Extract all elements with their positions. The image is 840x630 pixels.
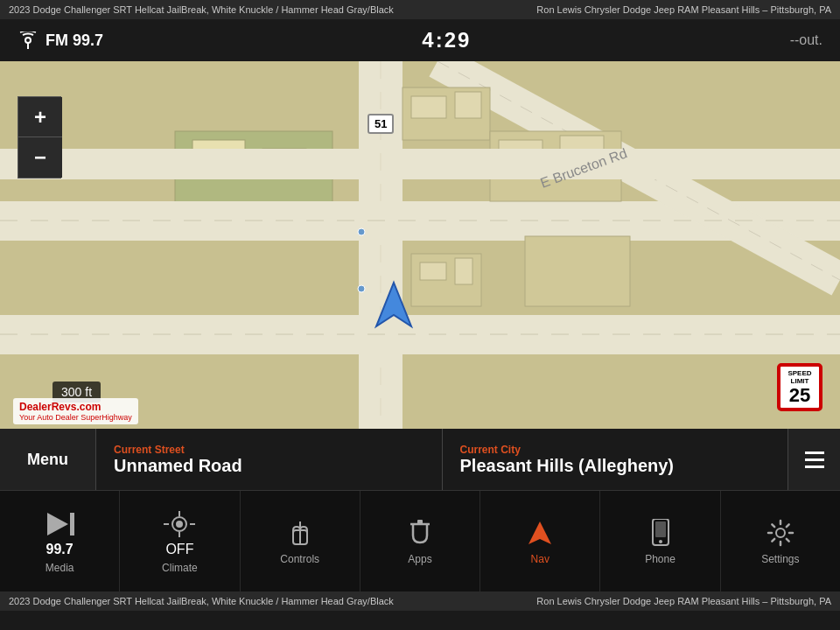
svg-marker-27 — [376, 283, 411, 326]
watermark-brand: DealerRevs.com — [19, 401, 132, 413]
menu-line-2 — [805, 458, 824, 461]
phone-icon — [648, 518, 673, 549]
current-street-label: Current Street — [114, 444, 424, 456]
nav-button[interactable]: Nav — [480, 491, 600, 592]
phone-label: Phone — [645, 553, 676, 565]
svg-point-25 — [358, 228, 365, 235]
current-city-panel: Current City Pleasant Hills (Allegheny) — [443, 429, 788, 490]
radio-frequency: 99.7 — [46, 542, 74, 557]
svg-rect-11 — [411, 96, 446, 118]
svg-rect-29 — [70, 513, 74, 536]
climate-button[interactable]: OFF Climate — [120, 491, 240, 592]
svg-rect-15 — [455, 258, 472, 284]
speed-limit-sign: SPEED LIMIT 25 — [777, 363, 822, 411]
controls-label: Controls — [280, 553, 319, 565]
svg-point-26 — [358, 285, 365, 292]
clock-display: 4:29 — [422, 28, 471, 52]
svg-rect-19 — [525, 236, 630, 306]
apps-label: Apps — [408, 553, 431, 565]
status-bar: FM 99.7 4:29 --out. — [0, 19, 840, 61]
destination-display: --out. — [790, 32, 822, 48]
svg-point-35 — [176, 521, 183, 528]
nav-icon — [527, 518, 553, 549]
settings-label: Settings — [761, 553, 799, 565]
zoom-controls: + − — [18, 96, 61, 178]
climate-value: OFF — [165, 542, 193, 557]
speed-limit-number: 25 — [782, 386, 817, 405]
bottom-info-bar: 2023 Dodge Challenger SRT Hellcat JailBr… — [0, 592, 840, 611]
bottom-bar-left: 2023 Dodge Challenger SRT Hellcat JailBr… — [9, 596, 394, 606]
svg-point-41 — [659, 540, 662, 543]
map-svg: E Bruceton Rd — [0, 61, 840, 429]
zoom-in-button[interactable]: + — [18, 97, 62, 137]
watermark-tagline: Your Auto Dealer SuperHighway — [19, 413, 132, 422]
radio-label: FM 99.7 — [46, 32, 103, 50]
svg-rect-12 — [455, 92, 481, 118]
nav-hamburger-menu[interactable] — [788, 429, 840, 490]
svg-rect-42 — [655, 522, 666, 537]
nav-menu-button[interactable]: Menu — [0, 429, 96, 490]
current-city-label: Current City — [460, 444, 771, 456]
phone-button[interactable]: Phone — [600, 491, 720, 592]
navigation-arrow — [372, 278, 416, 334]
menu-line-1 — [805, 452, 824, 454]
radio-antenna-icon — [18, 32, 38, 49]
apps-button[interactable]: Apps — [360, 491, 480, 592]
current-street-value: Unnamed Road — [114, 456, 424, 476]
menu-line-3 — [805, 466, 824, 468]
top-bar-right: Ron Lewis Chrysler Dodge Jeep RAM Pleasa… — [536, 4, 831, 15]
media-icon — [42, 508, 77, 539]
top-bar-left: 2023 Dodge Challenger SRT Hellcat JailBr… — [9, 4, 394, 15]
svg-rect-38 — [417, 520, 423, 524]
controls-button[interactable]: Controls — [241, 491, 360, 592]
apps-icon — [404, 518, 436, 549]
bottom-bar-right: Ron Lewis Chrysler Dodge Jeep RAM Pleasa… — [536, 596, 831, 606]
bottom-controls-bar: 99.7 Media OFF Climate — [0, 490, 840, 592]
climate-label: Climate — [162, 562, 198, 574]
svg-rect-14 — [420, 262, 446, 280]
radio-status: FM 99.7 — [18, 32, 103, 50]
settings-button[interactable]: Settings — [721, 491, 840, 592]
controls-icon — [284, 518, 316, 549]
media-button[interactable]: 99.7 Media — [0, 491, 120, 592]
nav-info-bar: Menu Current Street Unnamed Road Current… — [0, 429, 840, 490]
settings-icon — [766, 518, 794, 549]
media-label: Media — [46, 562, 74, 574]
zoom-out-button[interactable]: − — [18, 137, 62, 178]
climate-icon — [164, 508, 195, 539]
svg-point-43 — [776, 528, 785, 537]
nav-label: Nav — [531, 553, 550, 565]
current-street-panel: Current Street Unnamed Road — [96, 429, 443, 490]
route-marker: 51 — [368, 114, 394, 134]
map-container: E Bruceton Rd 51 + − 300 ft SPEED LIMIT — [0, 61, 840, 429]
current-city-value: Pleasant Hills (Allegheny) — [460, 456, 771, 476]
infotainment-screen: FM 99.7 4:29 --out. — [0, 19, 840, 592]
svg-marker-28 — [47, 513, 68, 536]
svg-point-0 — [25, 38, 31, 43]
svg-marker-39 — [528, 522, 551, 544]
dealerrevs-watermark: DealerRevs.com Your Auto Dealer SuperHig… — [13, 398, 138, 424]
top-info-bar: 2023 Dodge Challenger SRT Hellcat JailBr… — [0, 0, 840, 19]
